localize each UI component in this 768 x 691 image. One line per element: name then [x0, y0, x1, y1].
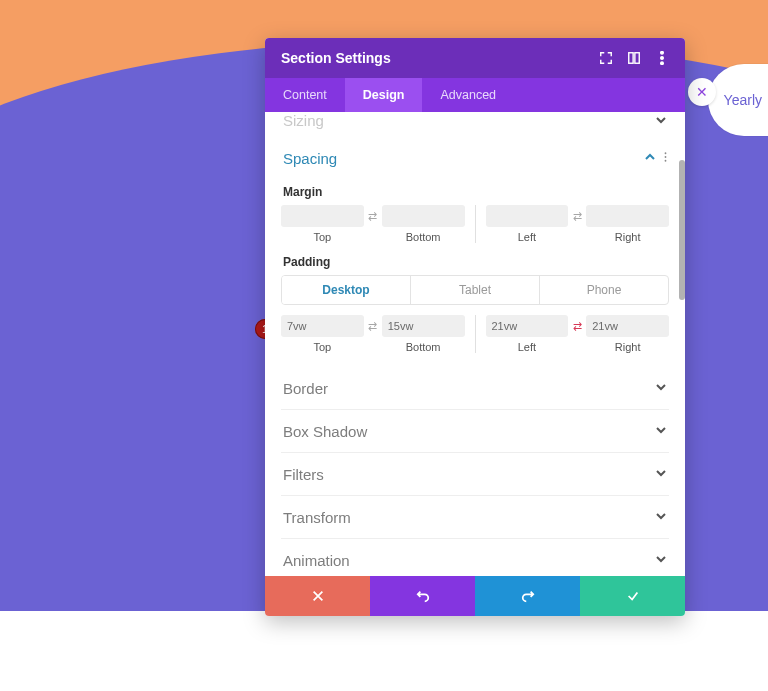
padding-left-sublabel: Left	[518, 341, 536, 353]
link-icon-active[interactable]: ⇄	[568, 320, 586, 333]
padding-label: Padding	[283, 255, 669, 269]
modal-body: Sizing Spacing	[265, 112, 685, 576]
vertical-divider	[475, 205, 476, 243]
accordion-animation[interactable]: Animation	[281, 539, 669, 576]
accordion-sizing[interactable]: Sizing	[281, 112, 669, 137]
undo-icon	[416, 589, 430, 603]
device-tab-phone[interactable]: Phone	[540, 276, 668, 304]
bg-white-strip	[0, 611, 768, 691]
padding-right-sublabel: Right	[615, 341, 641, 353]
padding-left-input[interactable]: 21vw	[486, 315, 569, 337]
redo-button[interactable]	[475, 576, 580, 616]
padding-fields: 7vw ⇄ 15vw Top Bottom	[281, 315, 669, 353]
margin-bottom-input[interactable]	[382, 205, 465, 227]
margin-top-sublabel: Top	[314, 231, 332, 243]
modal-tabs: Content Design Advanced	[265, 78, 685, 112]
snap-icon[interactable]	[627, 51, 641, 65]
tab-content[interactable]: Content	[265, 78, 345, 112]
tab-design[interactable]: Design	[345, 78, 423, 112]
redo-icon	[521, 589, 535, 603]
margin-fields: ⇄ Top Bottom	[281, 205, 669, 243]
padding-top-sublabel: Top	[314, 341, 332, 353]
margin-bottom-sublabel: Bottom	[406, 231, 441, 243]
chevron-down-icon	[655, 508, 667, 526]
margin-top-input[interactable]	[281, 205, 364, 227]
accordion-title-filters: Filters	[283, 466, 324, 483]
padding-bottom-input[interactable]: 15vw	[382, 315, 465, 337]
margin-left-sublabel: Left	[518, 231, 536, 243]
svg-point-6	[665, 156, 667, 158]
svg-rect-0	[629, 53, 633, 64]
svg-point-2	[661, 51, 664, 54]
chevron-down-icon	[655, 465, 667, 483]
accordion-title-spacing: Spacing	[283, 150, 337, 167]
accordion-filters[interactable]: Filters	[281, 453, 669, 496]
accordion-transform[interactable]: Transform	[281, 496, 669, 539]
expand-icon[interactable]	[599, 51, 613, 65]
cancel-button[interactable]	[265, 576, 370, 616]
undo-button[interactable]	[370, 576, 475, 616]
margin-right-sublabel: Right	[615, 231, 641, 243]
margin-right-input[interactable]	[586, 205, 669, 227]
svg-point-3	[661, 57, 664, 60]
margin-left-input[interactable]	[486, 205, 569, 227]
scrollbar-track[interactable]	[679, 112, 685, 576]
margin-label: Margin	[283, 185, 669, 199]
chevron-down-icon	[655, 551, 667, 569]
svg-point-5	[665, 152, 667, 154]
chevron-up-icon	[644, 149, 656, 167]
accordion-title-border: Border	[283, 380, 328, 397]
padding-right-input[interactable]: 21vw	[586, 315, 669, 337]
accordion-head-spacing[interactable]: Spacing	[281, 137, 669, 179]
device-tab-desktop[interactable]: Desktop	[282, 276, 411, 304]
link-icon[interactable]: ⇄	[364, 320, 382, 333]
accordion-box-shadow[interactable]: Box Shadow	[281, 410, 669, 453]
link-icon[interactable]: ⇄	[568, 210, 586, 223]
chevron-down-icon	[655, 112, 667, 129]
svg-rect-1	[635, 53, 639, 64]
padding-top-input[interactable]: 7vw	[281, 315, 364, 337]
tab-advanced[interactable]: Advanced	[422, 78, 514, 112]
kebab-icon[interactable]	[655, 51, 669, 65]
close-icon	[311, 589, 325, 603]
modal-title: Section Settings	[281, 50, 391, 66]
chevron-down-icon	[655, 379, 667, 397]
vertical-divider	[475, 315, 476, 353]
check-icon	[626, 589, 640, 603]
accordion-spacing: Spacing Margin	[281, 137, 669, 353]
accordion-border[interactable]: Border	[281, 367, 669, 410]
modal-footer	[265, 576, 685, 616]
link-icon[interactable]: ⇄	[364, 210, 382, 223]
accordion-title-animation: Animation	[283, 552, 350, 569]
chevron-down-icon	[655, 422, 667, 440]
scrollbar-thumb[interactable]	[679, 160, 685, 300]
accordion-title-sizing: Sizing	[283, 112, 324, 129]
padding-bottom-sublabel: Bottom	[406, 341, 441, 353]
close-button[interactable]: ✕	[688, 78, 716, 106]
section-settings-modal: Section Settings Content Design Advanced	[265, 38, 685, 616]
svg-point-7	[665, 160, 667, 162]
accordion-title-box-shadow: Box Shadow	[283, 423, 367, 440]
save-button[interactable]	[580, 576, 685, 616]
pricing-toggle-label: Yearly	[724, 92, 762, 108]
device-tab-tablet[interactable]: Tablet	[411, 276, 540, 304]
padding-device-tabs: Desktop Tablet Phone	[281, 275, 669, 305]
spacing-kebab-icon[interactable]	[664, 149, 667, 167]
close-icon: ✕	[696, 84, 708, 100]
svg-point-4	[661, 62, 664, 65]
modal-header: Section Settings	[265, 38, 685, 78]
accordion-title-transform: Transform	[283, 509, 351, 526]
